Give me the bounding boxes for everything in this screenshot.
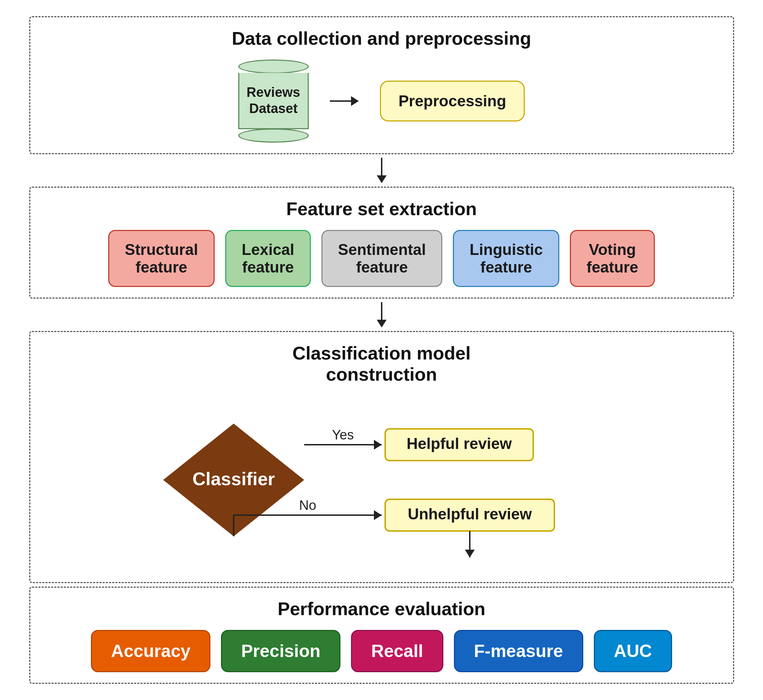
arrow-line-s1s2 [381,158,382,175]
cylinder-top [238,59,309,73]
svg-text:Helpful review: Helpful review [406,435,512,452]
svg-text:No: No [299,498,316,512]
data-collection-content: Reviews Dataset Preprocessing [238,59,525,142]
feature-sentimental: Sentimentalfeature [321,230,442,287]
classifier-diagram: Classifier Yes Helpful review No Unhelpf… [64,395,699,564]
feature-lexical: Lexicalfeature [225,230,311,287]
feature-linguistic: Linguisticfeature [453,230,559,287]
metric-auc: AUC [594,630,672,672]
preprocessing-box: Preprocessing [380,81,525,122]
section-data-collection: Data collection and preprocessing Review… [29,16,734,154]
diagram: Data collection and preprocessing Review… [29,16,734,684]
arrow-s1-s2 [377,154,387,187]
feature-row: Structuralfeature Lexicalfeature Sentime… [108,230,655,287]
section4-title: Performance evaluation [278,598,486,619]
metric-recall: Recall [351,630,443,672]
cylinder-body: Reviews Dataset [238,73,309,129]
section-classification: Classification modelconstruction Classif… [29,331,734,583]
arrow-head-s1s2 [377,175,387,183]
arrow-s2-s3 [377,298,387,331]
svg-marker-9 [374,510,382,520]
svg-text:Unhelpful review: Unhelpful review [407,505,532,522]
svg-marker-3 [374,440,382,450]
svg-marker-14 [465,550,475,558]
cylinder-bottom [238,128,309,142]
svg-text:Yes: Yes [332,428,354,442]
metric-accuracy: Accuracy [91,630,210,672]
metric-precision: Precision [221,630,340,672]
arrow-line-s2s3 [381,302,382,320]
section3-title: Classification modelconstruction [293,342,471,385]
arrow-right-line [330,100,351,102]
metric-fmeasure: F-measure [454,630,583,672]
feature-voting: Votingfeature [570,230,655,287]
dataset-label: Reviews Dataset [247,84,300,117]
arrow-to-preprocessing [330,96,359,106]
reviews-dataset-cylinder: Reviews Dataset [238,59,309,142]
section2-title: Feature set extraction [286,198,476,219]
arrow-right-head [351,96,359,106]
feature-structural: Structuralfeature [108,230,215,287]
section-performance: Performance evaluation Accuracy Precisio… [29,587,734,684]
section1-title: Data collection and preprocessing [232,28,531,49]
svg-text:Classifier: Classifier [192,469,274,489]
arrow-head-s2s3 [377,320,387,328]
performance-row: Accuracy Precision Recall F-measure AUC [91,630,672,672]
section-feature-extraction: Feature set extraction Structuralfeature… [29,187,734,298]
